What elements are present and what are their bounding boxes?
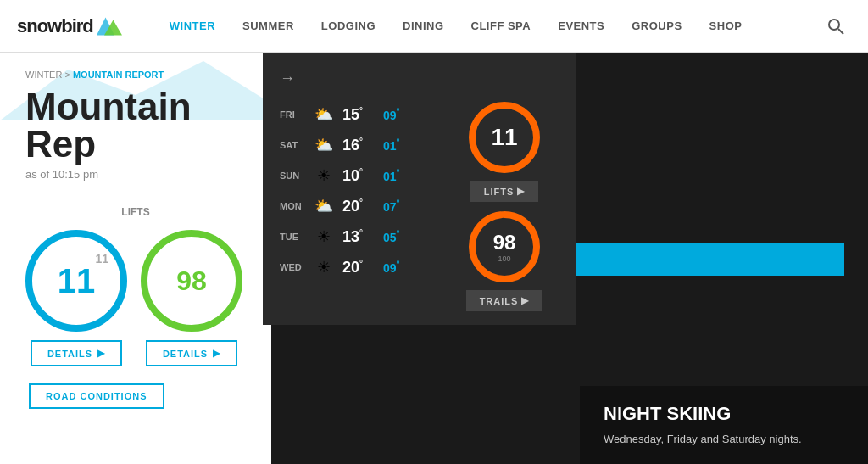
nav-lodging[interactable]: LODGING — [308, 0, 389, 53]
nav-links: WINTER SUMMER LODGING DINING CLIFF SPA E… — [156, 0, 821, 53]
nav-events[interactable]: EVENTS — [544, 0, 618, 53]
lifts-label: LIFTS — [25, 206, 246, 218]
lifts-total: 11 — [95, 252, 108, 266]
navigation: snowbird WINTER SUMMER LODGING DINING CL… — [0, 0, 868, 53]
nav-cliff-spa[interactable]: CLIFF SPA — [458, 0, 545, 53]
donut-trails-number: 98 — [493, 231, 516, 254]
weather-icon: ☀ — [312, 258, 336, 277]
svg-line-3 — [838, 29, 843, 34]
forecast-low: 07° — [383, 198, 400, 214]
forecast-low: 09° — [383, 107, 400, 122]
nav-shop[interactable]: SHOP — [696, 0, 756, 53]
nav-dining[interactable]: DINING — [389, 0, 458, 53]
weather-icon: ⛅ — [312, 197, 336, 215]
logo-text: snowbird — [17, 15, 93, 37]
weather-icon: ☀ — [312, 227, 336, 246]
forecast-day: MON — [280, 201, 305, 211]
breadcrumb: WINTER > MOUNTAIN REPORT — [25, 70, 246, 80]
forecast-high: 20° — [342, 259, 376, 277]
forecast-low: 09° — [383, 260, 400, 275]
forecast-high: 20° — [342, 198, 376, 215]
lifts-number: 11 — [58, 262, 96, 299]
forecast-day: WED — [280, 262, 305, 272]
forecast-low: 01° — [383, 168, 400, 183]
forecast-high: 15° — [342, 106, 376, 124]
night-skiing-title: NIGHT SKIING — [604, 403, 844, 425]
nav-groups[interactable]: GROUPS — [618, 0, 695, 53]
page-title: Mountain Rep — [25, 88, 246, 163]
left-panel: WINTER > MOUNTAIN REPORT Mountain Rep as… — [0, 53, 271, 464]
weather-icon: ⛅ — [312, 136, 336, 154]
forecast-list: FRI ⛅ 15° 09° SAT ⛅ 16° 01° SUN ☀ 10° 01… — [263, 99, 432, 311]
weather-icon: ☀ — [312, 166, 336, 185]
forecast-row-wed: WED ☀ 20° 09° — [263, 252, 432, 282]
forecast-day: TUE — [280, 232, 305, 242]
search-icon — [827, 18, 844, 35]
forecast-high: 10° — [342, 167, 376, 185]
lifts-donut-button[interactable]: LIFTS ▶ — [470, 181, 539, 202]
lifts-donut: 11 LIFTS ▶ — [466, 99, 542, 202]
forecast-day: FRI — [280, 109, 305, 120]
subtitle: as of 10:15 pm — [25, 168, 246, 181]
trails-details-button[interactable]: DETAILS ▶ — [146, 340, 237, 366]
forecast-row-sat: SAT ⛅ 16° 01° — [263, 130, 432, 160]
road-conditions-button[interactable]: ROAD CONDITIONS — [29, 383, 164, 409]
nav-summer[interactable]: SUMMER — [229, 0, 308, 53]
night-skiing-description: Wednesday, Friday and Saturday nights. — [604, 432, 844, 447]
forecast-row-mon: MON ⛅ 20° 07° — [263, 191, 432, 221]
forecast-low: 05° — [383, 229, 400, 244]
forecast-day: SAT — [280, 140, 305, 150]
night-skiing-panel: NIGHT SKIING Wednesday, Friday and Satur… — [580, 386, 868, 464]
logo-icon — [97, 17, 122, 36]
donut-charts: 11 LIFTS ▶ — [432, 99, 576, 311]
lifts-details-button[interactable]: DETAILS ▶ — [31, 340, 122, 366]
lifts-circle-wrap: 11 11 DETAILS ▶ — [25, 230, 127, 366]
svg-point-2 — [829, 20, 839, 30]
trails-donut-button[interactable]: TRAILS ▶ — [466, 290, 543, 311]
trails-circle-wrap: 98 DETAILS ▶ — [141, 230, 242, 366]
forecast-high: 13° — [342, 228, 376, 246]
trails-number: 98 — [176, 266, 207, 296]
trails-circle: 98 — [141, 230, 242, 332]
forecast-dropdown: → FRI ⛅ 15° 09° SAT ⛅ 16° 01° SUN ☀ — [263, 53, 576, 325]
nav-winter[interactable]: WINTER — [156, 0, 229, 53]
search-button[interactable] — [821, 11, 851, 42]
circles-section: 11 11 DETAILS ▶ 98 — [25, 230, 246, 366]
dropdown-arrow: → — [263, 66, 576, 99]
road-conditions-wrap: ROAD CONDITIONS — [29, 375, 246, 409]
forecast-row-fri: FRI ⛅ 15° 09° — [263, 99, 432, 130]
forecast-low: 01° — [383, 137, 400, 153]
logo[interactable]: snowbird — [17, 15, 122, 37]
forecast-row-sun: SUN ☀ 10° 01° — [263, 160, 432, 191]
trails-donut: 98 100 TRAILS ▶ — [466, 209, 543, 311]
donut-trails-total: 100 — [493, 254, 516, 263]
lifts-circle: 11 11 — [25, 230, 127, 332]
forecast-day: SUN — [280, 171, 305, 181]
weather-icon: ⛅ — [312, 105, 336, 124]
forecast-row-tue: TUE ☀ 13° 05° — [263, 221, 432, 252]
donut-lifts-number: 11 — [491, 124, 517, 151]
forecast-high: 16° — [342, 137, 376, 154]
